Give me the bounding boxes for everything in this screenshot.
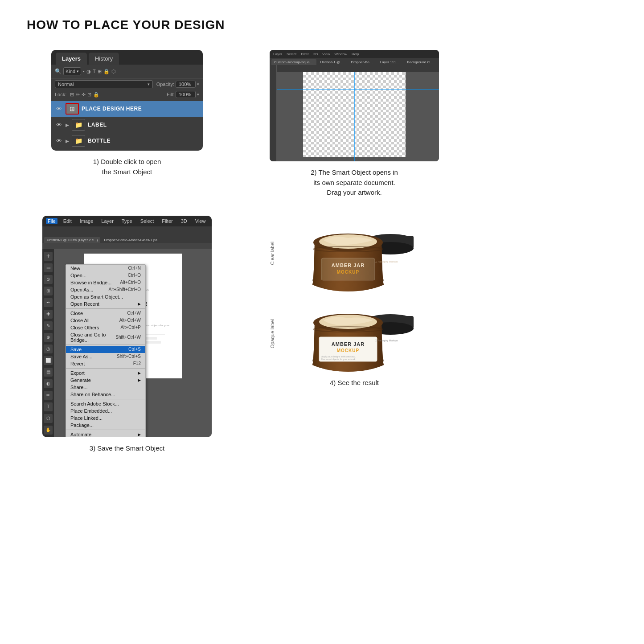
- layer-label[interactable]: 👁 ▶ 📁 LABEL: [51, 117, 203, 133]
- menu-close[interactable]: Close Ctrl+W: [66, 310, 145, 317]
- menu-save-as[interactable]: Save As... Shift+Ctrl+S: [66, 353, 145, 360]
- menu-open[interactable]: Open... Ctrl+O: [66, 272, 145, 279]
- doc-tab-2[interactable]: Dropper-Bottle-Amber-Glass-1 pa: [101, 237, 160, 243]
- text-icon: T: [93, 69, 96, 74]
- menu-window: Window: [334, 52, 347, 56]
- menu-place-linked[interactable]: Place Linked...: [66, 414, 145, 422]
- menu-layer[interactable]: Layer: [99, 217, 116, 225]
- canvas-area: [270, 65, 439, 161]
- clear-label-text: Clear label: [270, 242, 275, 265]
- menu-view[interactable]: View: [193, 217, 208, 225]
- visibility-eye-icon[interactable]: 👁: [55, 105, 63, 113]
- doc-tab-custom[interactable]: Custom-Mockup-Square-psd: [271, 59, 316, 65]
- lock-transparent-icon[interactable]: ⊞: [70, 92, 74, 98]
- expand-arrow-icon[interactable]: ▶: [66, 123, 69, 127]
- menu-automate[interactable]: Automate ▶: [66, 431, 145, 437]
- tool-clone[interactable]: ⊕: [44, 333, 53, 342]
- tab-history[interactable]: History: [89, 53, 119, 65]
- tool-path[interactable]: ⬡: [44, 414, 53, 423]
- fill-arrow-icon: ▾: [197, 92, 199, 97]
- svg-text:01 Packaging Mockups: 01 Packaging Mockups: [375, 339, 398, 342]
- tool-history[interactable]: ◷: [44, 345, 53, 353]
- tool-move[interactable]: ✛: [44, 252, 53, 261]
- svg-rect-7: [321, 258, 375, 280]
- menu-edit[interactable]: Edit: [61, 217, 74, 225]
- amber-jar-opaque-svg: AMBER JAR MOCKUP 01 Packaging Mockups Ap…: [297, 296, 422, 372]
- folder-thumbnail: 📁: [72, 119, 85, 131]
- menu-open-as[interactable]: Open As... Alt+Shift+Ctrl+O: [66, 286, 145, 293]
- menu-open-smart[interactable]: Open as Smart Object...: [66, 293, 145, 300]
- menu-generate[interactable]: Generate ▶: [66, 377, 145, 384]
- menu-type[interactable]: Type: [119, 217, 135, 225]
- step1-caption: 1) Double click to open the Smart Object: [93, 157, 161, 177]
- doc-tab-bg[interactable]: Background Color...: [405, 59, 437, 65]
- tool-pen[interactable]: ✏: [44, 391, 53, 400]
- guide-horizontal: [277, 89, 439, 90]
- step1-cell: Layers History 🔍 Kind ▾ ▪️ ◑ T ⊞ 🔒 ⬡: [27, 50, 227, 198]
- tool-lasso[interactable]: ⊙: [44, 275, 53, 284]
- lock-artboard-icon[interactable]: ⊡: [87, 92, 91, 98]
- menu-share[interactable]: Share...: [66, 384, 145, 391]
- menu-close-bridge[interactable]: Close and Go to Bridge... Shift+Ctrl+W: [66, 331, 145, 344]
- menu-save[interactable]: Save Ctrl+S: [66, 346, 145, 353]
- tool-eraser[interactable]: ⬜: [44, 356, 53, 365]
- step4-cell: Clear label: [254, 216, 455, 454]
- tool-text[interactable]: T: [44, 402, 53, 411]
- opacity-input[interactable]: 100%: [176, 81, 196, 88]
- tool-eyedrop[interactable]: ✒: [44, 298, 53, 307]
- visibility-eye-icon[interactable]: 👁: [55, 137, 63, 145]
- canvas-main: 01 Packaging Mockups AMBER DROPPER BOTTL…: [54, 249, 212, 437]
- doc-tab-layer[interactable]: Layer 1111111: [377, 59, 404, 65]
- menu-select[interactable]: Select: [138, 217, 156, 225]
- menu-close-all[interactable]: Close All Alt+Ctrl+W: [66, 317, 145, 324]
- menu-place-embedded[interactable]: Place Embedded...: [66, 407, 145, 414]
- menu-close-others[interactable]: Close Others Alt+Ctrl+P: [66, 324, 145, 331]
- svg-text:AMBER JAR: AMBER JAR: [332, 341, 365, 347]
- menu-open-recent[interactable]: Open Recent ▶: [66, 300, 145, 308]
- menu-search-stock[interactable]: Search Adobe Stock...: [66, 400, 145, 407]
- doc-tab-untitled[interactable]: Untitled-1 @ 34%: [317, 59, 347, 65]
- menu-help: Help: [352, 52, 359, 56]
- menu-export[interactable]: Export ▶: [66, 369, 145, 377]
- visibility-eye-icon[interactable]: 👁: [55, 121, 63, 129]
- doc-tabs: Custom-Mockup-Square-psd Untitled-1 @ 34…: [270, 58, 439, 65]
- tool-brush[interactable]: ✎: [44, 321, 53, 330]
- fill-input[interactable]: 100%: [176, 91, 196, 98]
- menu-3d[interactable]: 3D: [179, 217, 189, 225]
- file-dropdown-menu: New Ctrl+N Open... Ctrl+O Browse in Brid…: [66, 264, 146, 437]
- kind-select[interactable]: Kind ▾: [63, 67, 81, 75]
- menu-image[interactable]: Image: [78, 217, 96, 225]
- expand-arrow-icon[interactable]: ▶: [66, 139, 69, 144]
- menu-share-behance[interactable]: Share on Behance...: [66, 391, 145, 398]
- ps-top-menu: Layer Select Filter 3D View Window Help: [270, 50, 439, 58]
- tool-gradient[interactable]: ▤: [44, 368, 53, 377]
- menu-revert[interactable]: Revert F12: [66, 360, 145, 367]
- doc-tab-active[interactable]: Untitled-1 @ 100% (Layer 2 c...): [44, 237, 100, 243]
- tool-dodge[interactable]: ◐: [44, 379, 53, 388]
- menu-package[interactable]: Package...: [66, 422, 145, 429]
- step2-caption: 2) The Smart Object opens in its own sep…: [311, 168, 398, 198]
- menu-window[interactable]: Window: [211, 217, 212, 225]
- tool-rect[interactable]: ▭: [44, 263, 53, 272]
- svg-text:Use smart objects for your art: Use smart objects for your artwork.: [321, 358, 356, 361]
- lock-paint-icon[interactable]: ✏: [76, 92, 80, 98]
- layer-bottle[interactable]: 👁 ▶ 📁 BOTTLE: [51, 133, 203, 149]
- opaque-label-text: Opaque label: [270, 319, 275, 348]
- menu-filter[interactable]: Filter: [160, 217, 175, 225]
- menu-filter: Filter: [301, 52, 309, 56]
- svg-text:01 Packaging Mockups: 01 Packaging Mockups: [375, 260, 398, 263]
- tool-heal[interactable]: ✚: [44, 310, 53, 319]
- menu-select: Select: [287, 52, 296, 56]
- lock-all-icon[interactable]: 🔒: [93, 92, 99, 98]
- doc-tab-dropper[interactable]: Dropper-Bottle...: [348, 59, 376, 65]
- menu-new[interactable]: New Ctrl+N: [66, 265, 145, 272]
- tool-hand[interactable]: ✋: [44, 426, 53, 435]
- layer-place-design[interactable]: 👁 ⊞ PLACE DESIGN HERE: [51, 101, 203, 117]
- menu-browse-bridge[interactable]: Browse in Bridge... Alt+Ctrl+O: [66, 279, 145, 286]
- menu-file[interactable]: File: [46, 218, 57, 224]
- tab-layers[interactable]: Layers: [56, 53, 87, 65]
- menu-divider-2: [66, 345, 145, 345]
- tool-crop[interactable]: ⊞: [44, 287, 53, 295]
- product-results: Clear label: [270, 216, 439, 372]
- lock-move-icon[interactable]: ✛: [82, 92, 86, 98]
